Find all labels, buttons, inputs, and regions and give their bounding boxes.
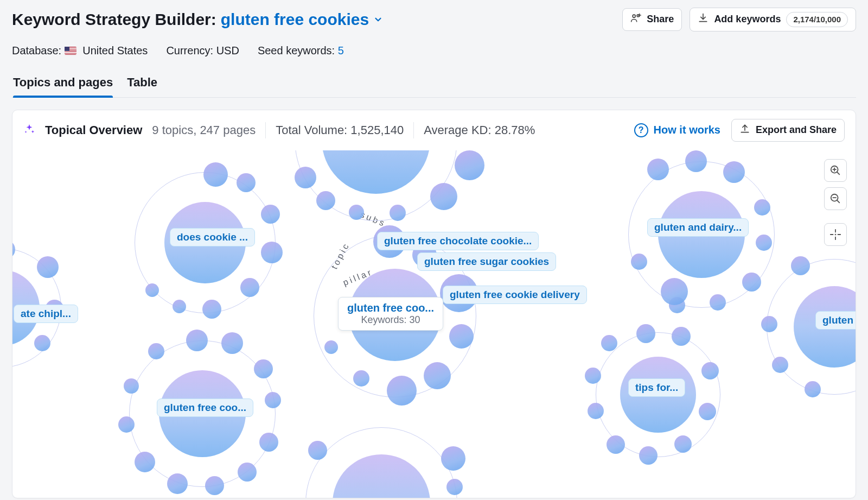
people-icon	[630, 12, 641, 27]
tab-table[interactable]: Table	[127, 75, 157, 97]
satellite-node[interactable]	[173, 300, 186, 313]
satellite-node[interactable]	[672, 327, 691, 346]
satellite-node[interactable]	[124, 378, 139, 394]
satellite-node[interactable]	[723, 161, 745, 183]
satellite-node[interactable]	[387, 376, 417, 406]
satellite-node[interactable]	[754, 199, 770, 216]
seed-keywords-link[interactable]: 5	[338, 45, 344, 56]
satellite-node[interactable]	[316, 191, 335, 210]
satellite-node[interactable]	[701, 362, 719, 379]
zoom-out-button[interactable]	[824, 187, 847, 210]
recenter-button[interactable]	[824, 223, 847, 246]
satellite-node[interactable]	[261, 205, 280, 224]
satellite-node[interactable]	[202, 300, 221, 319]
sub-chip-sugar[interactable]: gluten free sugar cookies	[417, 252, 556, 271]
satellite-node[interactable]	[631, 254, 647, 270]
satellite-node[interactable]	[446, 479, 463, 495]
satellite-node[interactable]	[455, 150, 484, 180]
satellite-node[interactable]	[353, 370, 369, 387]
cluster-chip-bottom-left[interactable]: gluten free coo...	[157, 398, 253, 417]
add-keywords-button[interactable]: Add keywords 2,174/10,000	[690, 8, 856, 31]
satellite-node[interactable]	[295, 167, 316, 188]
export-and-share-button[interactable]: Export and Share	[731, 119, 845, 142]
satellite-node[interactable]	[12, 240, 15, 259]
cluster-chip-top-right[interactable]: gluten and dairy...	[647, 218, 749, 237]
satellite-node[interactable]	[186, 330, 208, 351]
satellite-node[interactable]	[34, 335, 50, 351]
sub-chip-delivery[interactable]: gluten free cookie delivery	[443, 286, 587, 304]
satellite-node[interactable]	[221, 332, 243, 354]
satellite-node[interactable]	[601, 335, 617, 351]
total-volume-stat: Total Volume: 1,525,140	[276, 123, 404, 137]
satellite-node[interactable]	[742, 273, 761, 292]
satellite-node[interactable]	[37, 256, 59, 278]
satellite-node[interactable]	[607, 435, 625, 454]
satellite-node[interactable]	[145, 283, 159, 297]
satellite-node[interactable]	[349, 205, 364, 220]
chevron-down-icon	[373, 15, 383, 24]
satellite-node[interactable]	[148, 343, 164, 359]
annotation-topic: topic	[329, 240, 352, 271]
how-it-works-link[interactable]: ? How it works	[634, 123, 720, 137]
satellite-node[interactable]	[761, 316, 777, 332]
satellite-node[interactable]	[324, 340, 338, 354]
overview-title: Topical Overview	[45, 123, 142, 137]
satellite-node[interactable]	[639, 446, 658, 465]
cluster-chip-left-edge[interactable]: ate chipl...	[14, 305, 78, 323]
overview-subtitle: 9 topics, 247 pages	[152, 123, 256, 137]
cluster-chip-top-left[interactable]: does cookie ...	[170, 228, 255, 246]
satellite-node[interactable]	[167, 473, 188, 494]
database-meta: Database: United States	[12, 45, 148, 57]
satellite-node[interactable]	[430, 183, 457, 210]
zoom-in-button[interactable]	[824, 159, 847, 182]
satellite-node[interactable]	[135, 452, 155, 472]
cluster-chip-bottom-right[interactable]: tips for...	[628, 378, 685, 397]
satellite-node[interactable]	[585, 368, 601, 384]
page-title-keyword-dropdown[interactable]: gluten free cookies	[221, 10, 383, 29]
satellite-node[interactable]	[791, 256, 810, 275]
satellite-node[interactable]	[203, 162, 228, 187]
satellite-node[interactable]	[261, 242, 283, 263]
us-flag-icon	[65, 47, 76, 55]
satellite-node[interactable]	[772, 357, 788, 373]
upload-icon	[739, 123, 750, 137]
satellite-node[interactable]	[237, 173, 256, 192]
satellite-node[interactable]	[636, 324, 655, 343]
satellite-node[interactable]	[259, 433, 278, 452]
pillar-chip[interactable]: gluten free coo... Keywords: 30	[338, 297, 443, 331]
satellite-node[interactable]	[699, 403, 716, 420]
satellite-node[interactable]	[240, 278, 259, 297]
satellite-node[interactable]	[424, 362, 451, 389]
avg-kd-stat: Average KD: 28.78%	[424, 123, 535, 137]
satellite-node[interactable]	[674, 435, 692, 453]
satellite-node[interactable]	[265, 392, 281, 408]
pillar-node[interactable]	[322, 150, 430, 194]
help-icon: ?	[634, 123, 648, 137]
svg-line-9	[837, 200, 840, 203]
topic-visualization-canvas[interactable]: subs topic pillar gluten free coo... Key…	[12, 150, 856, 498]
tab-topics-and-pages[interactable]: Topics and pages	[13, 75, 113, 97]
svg-point-15	[835, 234, 836, 235]
satellite-node[interactable]	[588, 403, 604, 419]
cluster-chip-far-right[interactable]: gluten free	[815, 311, 856, 330]
satellite-node[interactable]	[756, 235, 772, 251]
satellite-node[interactable]	[647, 159, 669, 180]
satellite-node[interactable]	[805, 381, 821, 397]
satellite-node[interactable]	[118, 416, 135, 433]
satellite-node[interactable]	[441, 446, 465, 471]
divider	[265, 122, 266, 138]
share-button[interactable]: Share	[622, 8, 682, 31]
satellite-node[interactable]	[254, 359, 273, 378]
satellite-node[interactable]	[390, 205, 406, 221]
pillar-node[interactable]	[333, 454, 430, 498]
svg-point-0	[633, 15, 636, 17]
satellite-node[interactable]	[205, 476, 224, 495]
satellite-node[interactable]	[449, 324, 474, 349]
satellite-node[interactable]	[308, 441, 327, 460]
satellite-node[interactable]	[661, 278, 688, 305]
sub-chip-chocolate[interactable]: gluten free chocolate cookie...	[377, 232, 539, 250]
satellite-node[interactable]	[685, 150, 707, 172]
svg-line-5	[837, 172, 840, 175]
satellite-node[interactable]	[710, 294, 726, 311]
satellite-node[interactable]	[238, 463, 257, 482]
